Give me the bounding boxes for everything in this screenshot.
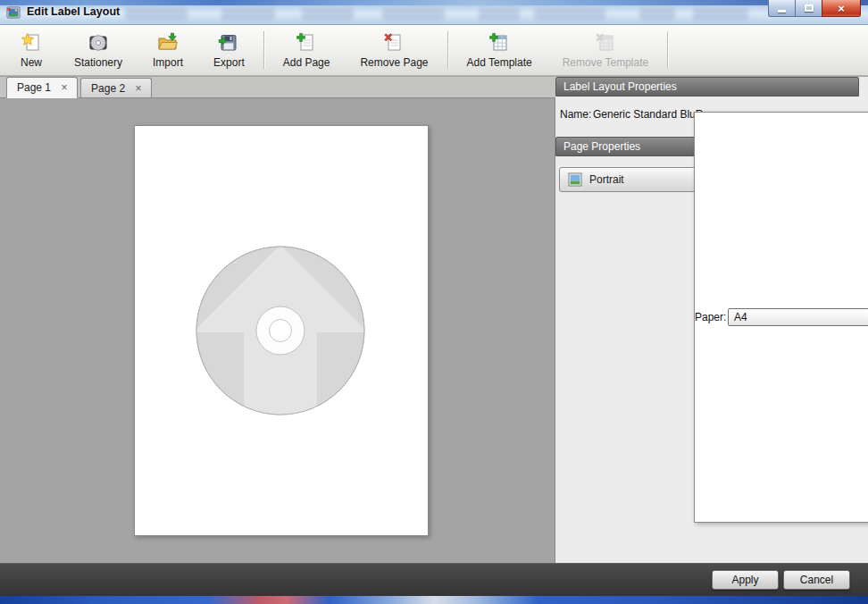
title-bar[interactable]: Edit Label Layout × <box>0 0 868 25</box>
apply-button[interactable]: Apply <box>712 570 779 590</box>
paper-label: Paper: <box>695 311 728 323</box>
remove-page-button[interactable]: Remove Page <box>345 25 443 75</box>
portrait-label: Portrait <box>589 173 624 186</box>
label-layout-properties-header: Label Layout Properties <box>555 77 859 96</box>
tab-close-icon[interactable]: × <box>133 82 144 95</box>
remove-page-icon <box>383 32 405 54</box>
portrait-button[interactable]: Portrait <box>559 167 705 192</box>
add-page-button[interactable]: Add Page <box>268 25 346 75</box>
desktop-background-strip <box>0 596 868 604</box>
add-template-label: Add Template <box>467 56 532 69</box>
edit-label-layout-window: Edit Label Layout × New Stationery <box>0 0 868 604</box>
paper-row: Paper: A4 <box>694 112 868 523</box>
footer-bar: Apply Cancel <box>0 563 868 596</box>
add-page-label: Add Page <box>283 56 330 69</box>
background-window-blur <box>125 8 188 20</box>
tab-page-1[interactable]: Page 1 × <box>6 77 78 98</box>
toolbar-separator <box>263 31 264 69</box>
tab-page-1-label: Page 1 <box>17 81 51 94</box>
stationery-label: Stationery <box>74 56 122 69</box>
import-label: Import <box>153 56 183 69</box>
paper-sheet[interactable] <box>134 125 429 536</box>
export-button[interactable]: Export <box>198 25 260 75</box>
remove-template-label: Remove Template <box>563 56 649 69</box>
app-icon <box>6 5 21 20</box>
add-template-button[interactable]: Add Template <box>452 25 547 75</box>
export-label: Export <box>213 56 245 69</box>
add-page-icon <box>296 32 317 54</box>
maximize-button[interactable] <box>795 0 822 17</box>
minimize-icon <box>778 10 786 13</box>
tab-close-icon[interactable]: × <box>59 81 70 94</box>
paper-select[interactable]: A4 <box>728 308 868 326</box>
disc-label-preview[interactable] <box>135 126 428 535</box>
background-window-blur <box>479 8 520 20</box>
background-window-blur <box>639 8 675 20</box>
properties-panel: Label Layout Properties Name: Generic St… <box>555 77 868 563</box>
toolbar: New Stationery Import <box>0 25 868 76</box>
tab-page-2[interactable]: Page 2 × <box>80 78 152 97</box>
window-controls: × <box>768 0 861 17</box>
stationery-button[interactable]: Stationery <box>59 25 138 75</box>
maximize-icon <box>805 4 814 12</box>
window-title: Edit Label Layout <box>27 0 120 24</box>
background-window-blur <box>534 8 605 20</box>
page-tab-bar: Page 1 × Page 2 × <box>0 77 555 98</box>
close-icon: × <box>838 2 845 15</box>
new-icon <box>21 32 42 54</box>
layout-canvas[interactable] <box>0 98 555 563</box>
toolbar-separator <box>447 31 448 69</box>
export-icon <box>218 32 239 54</box>
toolbar-separator <box>667 31 668 69</box>
tab-page-2-label: Page 2 <box>91 82 125 95</box>
stationery-cd-icon <box>88 32 109 54</box>
name-label: Name: <box>560 108 593 121</box>
new-button[interactable]: New <box>4 25 59 75</box>
paper-selected-value: A4 <box>734 311 747 323</box>
minimize-button[interactable] <box>768 0 795 17</box>
portrait-icon <box>568 172 582 187</box>
cancel-button[interactable]: Cancel <box>783 570 850 590</box>
background-window-blur <box>693 8 748 20</box>
background-window-blur <box>221 8 275 20</box>
import-icon <box>157 32 179 54</box>
add-template-icon <box>488 32 510 54</box>
background-window-blur <box>382 8 445 20</box>
import-button[interactable]: Import <box>138 25 198 75</box>
background-window-blur <box>302 8 354 20</box>
remove-template-icon <box>595 32 616 54</box>
remove-template-button: Remove Template <box>547 25 664 75</box>
new-label: New <box>21 56 42 69</box>
remove-page-label: Remove Page <box>360 56 428 69</box>
close-button[interactable]: × <box>822 0 861 17</box>
glass-reflection <box>0 0 868 5</box>
